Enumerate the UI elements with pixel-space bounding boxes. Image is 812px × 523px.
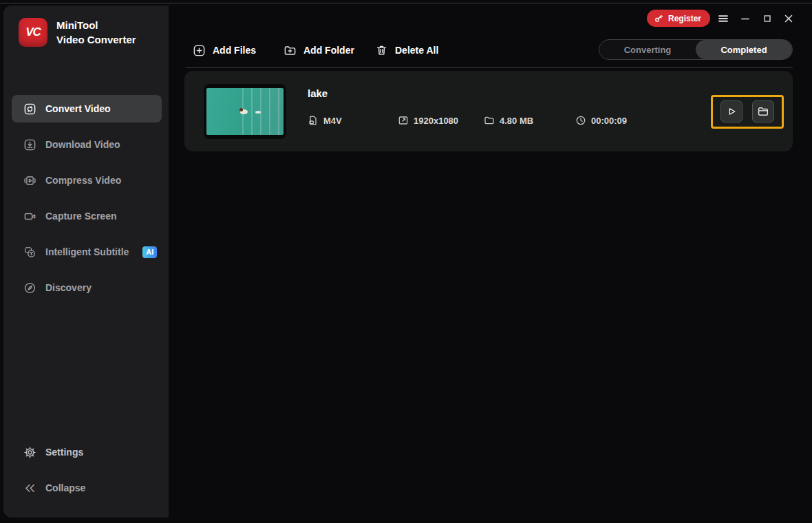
video-thumbnail xyxy=(204,84,286,139)
lake-thumbnail-image xyxy=(206,88,284,135)
sidebar-item-compress-video[interactable]: Compress Video xyxy=(12,167,162,194)
add-folder-icon xyxy=(284,44,297,57)
key-icon xyxy=(654,13,664,23)
close-icon[interactable] xyxy=(782,12,795,25)
resolution-icon xyxy=(398,115,409,126)
trash-icon xyxy=(375,44,388,57)
settings-icon xyxy=(23,446,36,459)
discovery-icon xyxy=(23,281,36,295)
sidebar-item-discovery[interactable]: Discovery xyxy=(12,274,162,301)
file-resolution: 1920x1080 xyxy=(398,115,458,126)
file-format-value: M4V xyxy=(323,116,342,126)
compress-video-icon xyxy=(23,174,36,187)
ai-badge: AI xyxy=(142,246,157,258)
bird-on-water xyxy=(255,111,261,114)
register-label: Register xyxy=(668,14,701,23)
sidebar-menu: Convert Video Download Video Compress Vi… xyxy=(12,95,162,310)
sidebar-item-label: Discovery xyxy=(45,282,92,293)
sidebar-item-download-video[interactable]: Download Video xyxy=(12,131,162,158)
sidebar-item-label: Convert Video xyxy=(45,103,111,114)
file-format-icon xyxy=(308,115,319,126)
maximize-icon[interactable] xyxy=(760,12,774,25)
sidebar-item-convert-video[interactable]: Convert Video xyxy=(12,95,162,122)
file-format: M4V xyxy=(308,115,342,126)
sidebar: VC MiniTool Video Converter Convert Vide… xyxy=(3,6,169,517)
sidebar-item-label: Intelligent Subtitle xyxy=(45,246,129,257)
tab-completed[interactable]: Completed xyxy=(696,40,792,59)
convert-video-icon xyxy=(23,103,36,116)
register-button[interactable]: Register xyxy=(647,10,710,27)
delete-all-button[interactable]: Delete All xyxy=(375,41,438,59)
sidebar-item-capture-screen[interactable]: Capture Screen xyxy=(12,202,162,230)
file-duration-value: 00:00:09 xyxy=(591,116,627,126)
add-files-label: Add Files xyxy=(213,45,256,56)
add-folder-button[interactable]: Add Folder xyxy=(284,41,354,59)
open-folder-button[interactable] xyxy=(752,100,774,122)
app-title-line2: Video Converter xyxy=(56,32,136,47)
clock-icon xyxy=(575,115,586,126)
sidebar-item-collapse[interactable]: Collapse xyxy=(12,474,162,502)
folder-icon xyxy=(484,115,495,126)
menu-icon[interactable] xyxy=(716,12,730,25)
app-logo-icon: VC xyxy=(19,18,47,47)
completed-file-row: lake M4V 1920x1080 4.80 MB xyxy=(184,71,793,151)
minimize-icon[interactable] xyxy=(738,12,752,25)
sidebar-item-label: Capture Screen xyxy=(45,211,116,222)
sidebar-item-label: Download Video xyxy=(45,139,120,150)
settings-label: Settings xyxy=(45,447,83,458)
file-resolution-value: 1920x1080 xyxy=(414,116,458,126)
intelligent-subtitle-icon xyxy=(23,246,36,259)
file-title: lake xyxy=(308,87,328,99)
collapse-label: Collapse xyxy=(45,482,85,493)
collapse-icon xyxy=(23,482,36,495)
add-folder-label: Add Folder xyxy=(303,45,354,56)
window-top-border xyxy=(0,3,812,3)
file-duration: 00:00:09 xyxy=(575,115,627,126)
tab-converting[interactable]: Converting xyxy=(599,40,696,59)
add-files-icon xyxy=(193,44,206,57)
file-size: 4.80 MB xyxy=(484,115,533,126)
download-video-icon xyxy=(23,138,36,151)
file-size-value: 4.80 MB xyxy=(500,116,533,126)
status-tabs: Converting Completed xyxy=(599,39,793,60)
app-title: MiniTool Video Converter xyxy=(56,18,136,47)
add-files-button[interactable]: Add Files xyxy=(193,41,256,59)
toolbar-separator xyxy=(186,67,793,68)
sidebar-item-settings[interactable]: Settings xyxy=(12,438,162,466)
app-logo: VC MiniTool Video Converter xyxy=(19,18,136,47)
delete-all-label: Delete All xyxy=(395,45,438,56)
capture-screen-icon xyxy=(23,210,36,223)
sidebar-item-intelligent-subtitle[interactable]: Intelligent Subtitle AI xyxy=(12,238,162,266)
play-button[interactable] xyxy=(720,100,742,122)
app-title-line1: MiniTool xyxy=(56,18,136,32)
sidebar-item-label: Compress Video xyxy=(45,175,121,186)
